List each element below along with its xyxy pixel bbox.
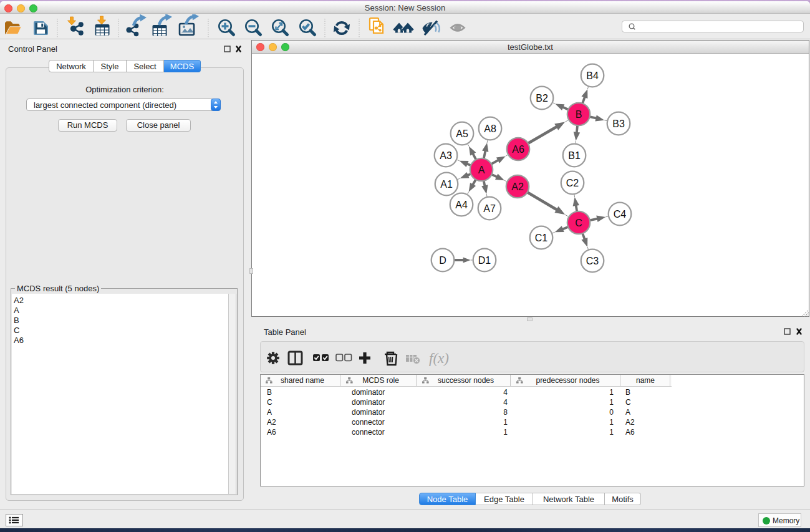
svg-text:A2: A2 xyxy=(511,181,524,192)
svg-text:C2: C2 xyxy=(566,178,579,188)
svg-text:B3: B3 xyxy=(612,118,625,129)
svg-text:A6: A6 xyxy=(512,144,524,155)
svg-text:A1: A1 xyxy=(440,179,453,190)
svg-text:C: C xyxy=(575,218,582,228)
svg-text:B4: B4 xyxy=(586,70,599,81)
svg-text:D: D xyxy=(439,255,446,266)
svg-text:A4: A4 xyxy=(455,200,468,210)
svg-text:A5: A5 xyxy=(456,128,468,139)
svg-text:D1: D1 xyxy=(478,255,491,266)
svg-text:C4: C4 xyxy=(614,209,627,220)
svg-text:C3: C3 xyxy=(586,256,599,266)
svg-text:B2: B2 xyxy=(536,93,548,104)
svg-text:A7: A7 xyxy=(483,203,496,214)
svg-text:B1: B1 xyxy=(568,150,581,161)
svg-text:B: B xyxy=(576,109,582,120)
svg-text:A3: A3 xyxy=(440,150,452,161)
svg-text:C1: C1 xyxy=(535,233,548,243)
svg-text:A8: A8 xyxy=(484,123,496,134)
svg-text:f(x): f(x) xyxy=(429,351,449,366)
svg-text:A: A xyxy=(478,165,485,175)
